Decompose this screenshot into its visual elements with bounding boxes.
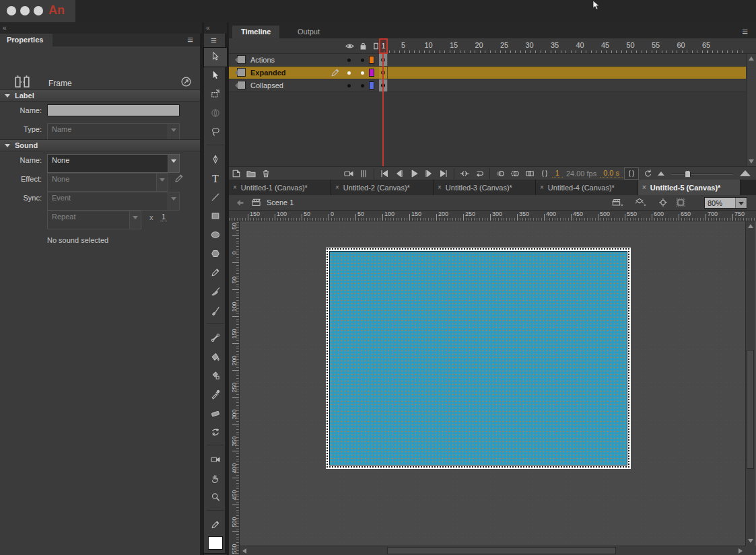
show-hide-all-layers-eye-icon[interactable]: [345, 41, 355, 52]
bone-tool[interactable]: [204, 329, 227, 348]
playhead-line[interactable]: [382, 54, 384, 166]
lock-all-layers-icon[interactable]: [358, 41, 368, 52]
timeline-zoom-out-icon[interactable]: [658, 172, 664, 176]
stage-selection-border[interactable]: [326, 248, 631, 469]
tab-properties[interactable]: Properties: [0, 34, 53, 46]
collapse-panel-icon[interactable]: «: [206, 23, 210, 34]
layer-row-expanded[interactable]: Expanded: [229, 67, 746, 79]
timeline-menu-icon[interactable]: ≡: [742, 28, 748, 35]
play-button[interactable]: [407, 168, 421, 180]
pen-tool[interactable]: [204, 151, 227, 170]
onion-skin-outlines-button[interactable]: [508, 168, 522, 180]
hand-tool[interactable]: [204, 470, 227, 488]
help-circle-arrow-icon[interactable]: [180, 76, 192, 89]
minimize-window-button[interactable]: [20, 6, 30, 15]
modify-markers-button[interactable]: [537, 168, 552, 180]
onion-skin-button[interactable]: [493, 168, 508, 180]
rectangle-tool[interactable]: [204, 207, 227, 226]
layer-name[interactable]: Collapsed: [250, 81, 283, 89]
edit-scene-button[interactable]: [611, 197, 624, 209]
edit-effect-pencil-icon[interactable]: [174, 174, 184, 185]
scroll-down-icon[interactable]: [749, 159, 754, 163]
marker-range-button[interactable]: [624, 168, 639, 180]
polystar-tool[interactable]: [204, 245, 227, 264]
classic-brush-tool[interactable]: [204, 301, 227, 320]
layer-depth-button[interactable]: [356, 168, 371, 180]
layer-lock-dot[interactable]: [361, 84, 364, 87]
center-stage-button[interactable]: [658, 197, 668, 209]
paint-brush-tool[interactable]: [204, 283, 227, 301]
step-forward-button[interactable]: [421, 168, 436, 180]
paint-bucket-tool[interactable]: [204, 348, 227, 367]
ink-bottle-tool[interactable]: [204, 367, 227, 385]
edit-symbols-button[interactable]: [634, 197, 647, 209]
stroke-color-pencil[interactable]: [204, 516, 227, 535]
scroll-right-icon[interactable]: [738, 548, 743, 554]
vertical-scroll-thumb[interactable]: [747, 350, 754, 469]
zoom-tool[interactable]: [204, 488, 227, 507]
layer-visibility-dot[interactable]: [347, 84, 351, 87]
frame-rate-value[interactable]: 24.00 fps: [563, 170, 600, 178]
loop-button[interactable]: [472, 168, 487, 180]
lasso-tool[interactable]: [204, 123, 227, 142]
eyedropper-tool[interactable]: [204, 385, 227, 404]
layer-row-actions[interactable]: Actions: [229, 54, 746, 67]
line-tool[interactable]: [204, 188, 227, 207]
horizontal-scroll-thumb[interactable]: [387, 547, 616, 554]
scroll-left-icon[interactable]: [242, 548, 246, 554]
timeline-zoom-slider[interactable]: [671, 168, 733, 179]
sound-section-header[interactable]: Sound: [0, 139, 200, 151]
oval-tool[interactable]: [204, 226, 227, 245]
close-icon[interactable]: ×: [642, 184, 646, 191]
new-layer-button[interactable]: [229, 168, 244, 180]
close-window-button[interactable]: [7, 6, 16, 15]
pencil-tool[interactable]: [204, 264, 227, 283]
layer-visibility-dot[interactable]: [347, 59, 351, 62]
eraser-tool[interactable]: [204, 404, 227, 423]
close-icon[interactable]: ×: [233, 184, 237, 191]
scroll-up-icon[interactable]: [748, 224, 753, 228]
layer-name[interactable]: Expanded: [250, 69, 286, 77]
edit-multiple-frames-button[interactable]: [522, 168, 537, 180]
go-to-first-frame-button[interactable]: [377, 168, 392, 180]
repeat-count-value[interactable]: 1: [160, 213, 167, 221]
text-tool[interactable]: T: [204, 170, 227, 188]
selected-rectangle-fill[interactable]: [329, 251, 627, 466]
layer-lock-dot[interactable]: [361, 71, 364, 75]
delete-layer-button[interactable]: [259, 168, 273, 180]
close-icon[interactable]: ×: [438, 184, 442, 191]
step-back-button[interactable]: [392, 168, 407, 180]
subselection-tool[interactable]: [204, 67, 227, 85]
asset-warp-tool[interactable]: [204, 423, 227, 442]
collapse-panel-icon[interactable]: «: [3, 23, 7, 34]
document-tab-3[interactable]: ×Untitled-3 (Canvas)*: [434, 180, 536, 195]
free-transform-tool[interactable]: [204, 85, 227, 104]
camera-tool[interactable]: [204, 451, 227, 470]
reset-timeline-zoom-button[interactable]: [640, 168, 655, 180]
canvas-horizontal-scrollbar[interactable]: [240, 546, 745, 555]
close-icon[interactable]: ×: [335, 184, 339, 191]
layer-outline-color-swatch[interactable]: [369, 56, 374, 64]
layer-visibility-dot[interactable]: [347, 71, 351, 75]
document-tab-5[interactable]: ×Untitled-5 (Canvas)*: [638, 180, 741, 195]
document-tab-4[interactable]: ×Untitled-4 (Canvas)*: [536, 180, 638, 195]
frame-number-ruler[interactable]: 5101520253035404550556065: [379, 38, 746, 54]
panel-menu-icon[interactable]: ≡: [187, 36, 193, 43]
label-section-header[interactable]: Label: [0, 89, 200, 102]
playhead-frame-indicator[interactable]: 1: [379, 38, 388, 54]
clip-content-button[interactable]: [675, 197, 686, 209]
selection-tool[interactable]: [204, 48, 227, 67]
back-arrow-icon[interactable]: [236, 198, 245, 209]
close-icon[interactable]: ×: [540, 184, 544, 191]
stage-pasteboard[interactable]: 1501005005010015020025030035040045050055…: [229, 211, 756, 555]
tab-timeline[interactable]: Timeline: [232, 26, 279, 38]
toolbar-menu-icon[interactable]: ≡: [211, 37, 217, 44]
label-name-input[interactable]: [47, 104, 180, 116]
layer-outline-color-swatch[interactable]: [369, 69, 374, 77]
stage-zoom-select[interactable]: 80%: [704, 197, 747, 209]
current-frame-field[interactable]: 1: [552, 169, 563, 178]
layer-outline-color-swatch[interactable]: [369, 81, 374, 89]
timeline-zoom-in-icon[interactable]: [740, 170, 751, 176]
center-frame-button[interactable]: [457, 168, 472, 180]
add-camera-button[interactable]: [341, 168, 356, 180]
